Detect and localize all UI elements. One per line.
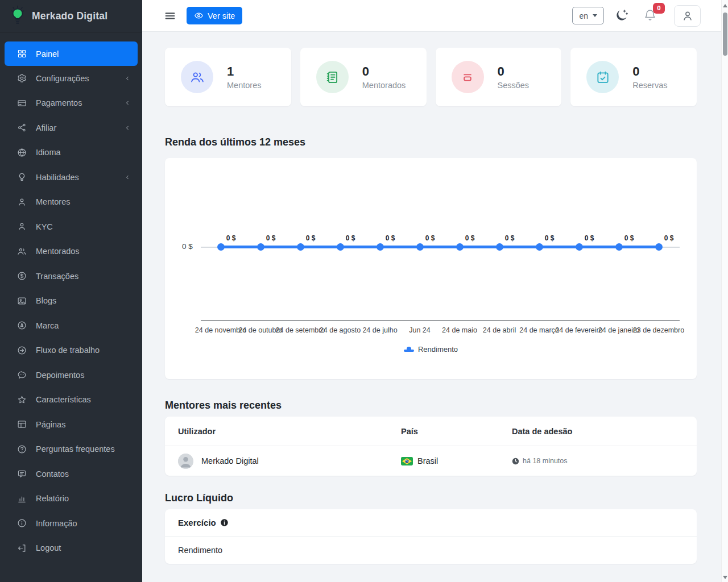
chart-point[interactable] [377,243,384,251]
notifications-button[interactable]: 0 [643,8,657,24]
avatar [178,454,193,469]
chart-point[interactable] [655,243,663,251]
y-axis-tick-label: 0 $ [182,242,193,251]
chart-point-label: 0 $ [545,234,555,242]
chart-point[interactable] [576,243,583,251]
sidebar-item-marca[interactable]: Marca [0,313,142,338]
chart-point[interactable] [217,243,225,251]
sidebar-item-label: Painel [36,49,131,59]
calendar-check-icon [586,61,619,93]
profit-header-label: Exercício [178,518,216,527]
dark-mode-toggle[interactable] [614,9,628,23]
person-icon [681,10,694,22]
chevron-down-icon [593,14,597,17]
sidebar-item-kyc[interactable]: KYC [0,214,142,239]
chart-point-label: 0 $ [505,234,515,242]
stat-value: 0 [498,64,530,78]
sidebar-item-depoimentos[interactable]: Depoimentos [0,363,142,388]
table-row[interactable]: Merkado DigitalBrasilhá 18 minutos [165,446,697,476]
sidebar-item-contatos[interactable]: Contatos [0,462,142,487]
sidebar-item-label: Transações [36,272,131,281]
sidebar-item-perguntas-frequentes[interactable]: Perguntas frequentes [0,437,142,462]
sidebar-item-idioma[interactable]: Idioma [0,140,142,165]
sidebar-item-afiliar[interactable]: Afiliar [0,115,142,140]
sidebar-item-logout[interactable]: Logout [0,536,142,561]
sidebar-item-label: Configurações [36,74,124,83]
sidebar-item-pagamentos[interactable]: Pagamentos [0,91,142,116]
chart-legend[interactable]: Rendimento [165,345,697,354]
language-select[interactable]: en [572,7,604,24]
chart-point[interactable] [496,243,503,251]
clock-icon [512,458,519,465]
chart-point-label: 0 $ [306,234,316,242]
chart-point[interactable] [257,243,264,251]
profit-row-rendimento: Rendimento [165,537,697,564]
x-axis-tick-label: 24 de julho [362,326,397,334]
income-line-chart: 0 $0 $0 $0 $0 $0 $0 $0 $0 $0 $0 $0 $0 $2… [165,158,697,379]
sidebar-item-label: Idioma [36,148,131,157]
stat-card-mentores: 1Mentores [165,48,291,106]
sidebar-item-label: Mentores [36,197,131,206]
sidebar-item-painel[interactable]: Painel [5,41,138,66]
country-name: Brasil [417,456,438,465]
sidebar-item-label: Mentorados [36,247,131,256]
sidebar-item-mentorados[interactable]: Mentorados [0,239,142,264]
share-icon [17,123,27,132]
chart-point[interactable] [416,243,424,251]
column-header-pais: País [401,427,512,436]
sidebar-item-label: Relatório [36,494,131,503]
user-menu-button[interactable] [674,5,701,27]
net-profit-card: Exercício Rendimento [165,509,697,564]
chart-section-title: Renda dos últimos 12 meses [165,135,697,150]
sidebar-nav: PainelConfiguraçõesPagamentosAfiliarIdio… [0,32,142,560]
sidebar-item-habilidades[interactable]: Habilidades [0,165,142,190]
brand[interactable]: Merkado Digital [0,0,142,32]
sidebar-item-label: KYC [36,222,131,231]
moon-icon [614,9,628,23]
sidebar-item-label: Contatos [36,469,131,479]
sidebar-item-configuracoes[interactable]: Configurações [0,66,142,91]
sidebar-item-paginas[interactable]: Páginas [0,412,142,437]
stat-label: Sessões [498,81,530,90]
chevron-left-icon [124,124,131,131]
sidebar-item-label: Marca [36,321,131,330]
sidebar-item-caracteristicas[interactable]: Características [0,388,142,413]
sidebar-item-label: Afiliar [36,123,124,132]
user-icon [17,197,27,207]
stat-value: 0 [362,64,406,78]
scrollbar-thumb[interactable] [723,13,727,56]
legend-marker-icon [404,346,414,353]
sidebar-item-informacao[interactable]: Informação [0,511,142,536]
sidebar-item-relatorio[interactable]: Relatório [0,487,142,512]
chart-point[interactable] [337,243,344,251]
sidebar-item-label: Informação [36,519,131,528]
chart-point[interactable] [297,243,304,251]
scroll-up-arrow-icon[interactable] [723,4,727,7]
brazil-flag-icon [401,457,413,465]
topbar: Ver site en 0 [142,0,728,32]
sidebar-item-mentores[interactable]: Mentores [0,190,142,215]
mentors-section-title: Mentores mais recentes [165,398,697,413]
arrow-circle-icon [17,346,27,355]
stat-value: 0 [632,64,667,78]
scroll-down-arrow-icon[interactable] [723,576,727,579]
view-site-button[interactable]: Ver site [187,7,242,24]
sidebar-item-blogs[interactable]: Blogs [0,289,142,314]
vertical-scrollbar[interactable] [721,0,728,582]
joined-cell: há 18 minutos [512,457,697,465]
table-body: Merkado DigitalBrasilhá 18 minutos [165,446,697,476]
chat-icon [17,370,27,380]
info-icon[interactable] [220,518,229,527]
recent-mentors-table: UtilizadorPaísData de adesão Merkado Dig… [165,417,697,476]
profit-row-label: Rendimento [178,546,222,555]
sidebar-item-fluxo-de-trabalho[interactable]: Fluxo de trabalho [0,338,142,363]
sidebar-item-transacoes[interactable]: Transações [0,264,142,289]
sidebar-toggle-button[interactable] [164,10,176,22]
joined-time: há 18 minutos [523,457,568,465]
eye-icon [194,11,204,20]
chart-point-label: 0 $ [266,234,276,242]
chart-point[interactable] [615,243,623,251]
credit-card-icon [17,98,27,108]
chart-point[interactable] [536,243,543,251]
chart-point[interactable] [456,243,464,251]
